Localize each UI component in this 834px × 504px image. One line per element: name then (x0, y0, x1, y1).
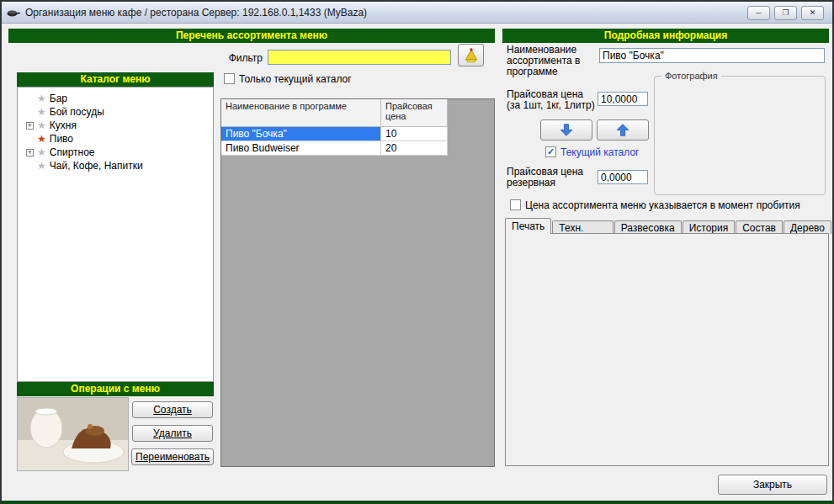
delete-button[interactable]: Удалить (132, 425, 213, 442)
star-icon-selected: ★ (37, 133, 46, 145)
right-section-header: Подробная информация (502, 29, 829, 43)
table-row-price[interactable]: 10 (381, 127, 448, 141)
price-at-sale-label: Цена ассортимента меню указывается в мом… (525, 200, 800, 211)
price-at-sale-checkbox[interactable] (510, 199, 521, 210)
operations-header: Операции с меню (17, 382, 214, 396)
price-label: Прайсовая цена (за 1шт, 1кг, 1литр) (507, 89, 596, 111)
tab-istoriya[interactable]: История (683, 220, 736, 234)
tab-derevo[interactable]: Дерево (784, 220, 831, 234)
reserve-price-input[interactable] (598, 170, 648, 184)
current-catalog-label: Текущий каталог (560, 147, 639, 158)
down-arrow-icon (556, 123, 576, 137)
current-catalog-checkbox[interactable]: ✓ (545, 146, 556, 157)
window-title: Организация меню кафе / ресторана Сервер… (25, 7, 367, 19)
table-row-name[interactable]: Пиво Budweiser (221, 141, 381, 156)
catalog-item-bar[interactable]: ★ Бар (18, 92, 213, 105)
catalog-item-label: Бой посуды (50, 106, 104, 118)
assortment-table: Наименование в программе Прайсовая цена … (220, 98, 495, 467)
table-row-price[interactable]: 20 (381, 141, 448, 156)
catalog-item-chai-kofe[interactable]: ★ Чай, Кофе, Напитки (18, 159, 213, 172)
move-down-button[interactable] (540, 119, 592, 141)
photo-group-label: Фотография (661, 71, 721, 81)
catalog-item-kuhnya[interactable]: + ★ Кухня (18, 119, 213, 132)
expand-icon[interactable]: + (26, 149, 34, 157)
price-input[interactable] (598, 92, 648, 106)
table-row-name-selected[interactable]: Пиво "Бочка" (221, 127, 381, 141)
maximize-button[interactable]: ❐ (774, 6, 797, 20)
catalog-item-label: Кухня (50, 119, 77, 131)
clear-filter-button[interactable] (458, 44, 484, 66)
catalog-item-label: Чай, Кофе, Напитки (50, 160, 143, 172)
app-icon (7, 6, 20, 19)
catalog-tree: ★ Бар ★ Бой посуды + ★ Кухня ★ Пиво + ★ … (17, 87, 214, 382)
star-icon: ★ (37, 146, 46, 158)
star-icon: ★ (37, 119, 46, 131)
name-in-program-input[interactable] (599, 48, 825, 63)
tab-razvesovka[interactable]: Развесовка (614, 220, 682, 234)
up-arrow-icon (613, 123, 633, 137)
tab-sostav[interactable]: Состав (736, 220, 783, 234)
column-header-name[interactable]: Наименование в программе (221, 99, 381, 127)
tab-tehn-karta[interactable]: Техн. карта (552, 220, 613, 234)
catalog-item-spirtnoe[interactable]: + ★ Спиртное (18, 146, 213, 159)
catalog-item-label: Пиво (50, 133, 73, 145)
close-window-button[interactable]: ✕ (801, 6, 824, 20)
column-header-price[interactable]: Прайсовая цена (381, 99, 448, 127)
expand-icon[interactable]: + (26, 122, 34, 130)
detail-tabs: Печать Техн. карта Развесовка История Со… (505, 217, 832, 234)
title-bar[interactable]: Организация меню кафе / ресторана Сервер… (2, 2, 832, 24)
filter-input[interactable] (268, 50, 451, 65)
app-window: Организация меню кафе / ресторана Сервер… (0, 0, 834, 504)
catalog-item-label: Бар (50, 93, 67, 104)
photo-groupbox: Фотография (654, 76, 826, 195)
close-button[interactable]: Закрыть (718, 475, 827, 495)
tab-pechat[interactable]: Печать (505, 218, 551, 234)
star-icon: ★ (37, 106, 46, 118)
only-current-checkbox[interactable] (224, 73, 235, 84)
filter-label: Фильтр (212, 53, 263, 64)
catalog-item-label: Спиртное (50, 146, 95, 158)
catalog-header: Каталог меню (17, 72, 214, 87)
create-button[interactable]: Создать (132, 401, 213, 418)
star-icon: ★ (37, 160, 46, 172)
move-up-button[interactable] (597, 119, 649, 141)
left-section-header: Перечень ассортимента меню (8, 29, 495, 43)
reserve-price-label: Прайсовая цена резервная (507, 167, 596, 188)
rename-button[interactable]: Переименовать (131, 448, 214, 465)
bell-brush-icon (463, 47, 480, 64)
minimize-button[interactable]: ─ (747, 6, 770, 20)
star-icon: ★ (37, 93, 46, 104)
check-icon: ✓ (547, 146, 555, 157)
dessert-photo-image (18, 398, 129, 471)
print-tab-panel (505, 233, 829, 466)
name-in-program-label: Наименование ассортимента в программе (507, 45, 598, 77)
only-current-label: Только текущий каталог (239, 74, 352, 85)
catalog-item-pivo[interactable]: ★ Пиво (18, 132, 213, 146)
operations-photo (17, 397, 129, 471)
catalog-item-boy-posudy[interactable]: ★ Бой посуды (18, 105, 213, 119)
